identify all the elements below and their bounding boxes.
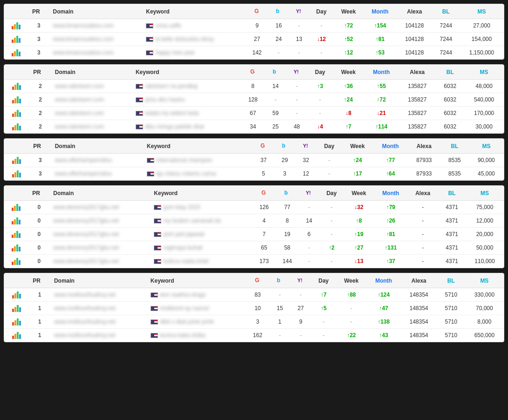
domain-link[interactable]: www.ufferhamperndiou	[55, 170, 112, 177]
keyword-cell: najenaya buhali	[150, 241, 253, 255]
domain-link[interactable]: www.bmarcouakiou.com	[53, 22, 114, 29]
domain-cell[interactable]: www.ufferhamperndiou	[51, 167, 143, 181]
domain-link[interactable]: www.molilourthudirsy.net	[54, 332, 116, 339]
col-icon	[4, 186, 28, 201]
col-ms: MS	[465, 273, 504, 288]
month-cell: ↑64	[373, 167, 408, 181]
alexa-cell: 135827	[398, 107, 436, 120]
ms-cell: 30,000	[464, 120, 504, 134]
svg-rect-21	[19, 85, 21, 90]
domain-cell[interactable]: www.rabotsern.com	[51, 107, 132, 120]
month-cell: ↑55	[364, 80, 398, 93]
domain-cell[interactable]: www.bmarcouakiou.com	[49, 33, 143, 46]
alexa-cell: 87933	[408, 167, 440, 181]
domain-link[interactable]: www.devenny2017gbu.net	[53, 217, 119, 224]
domain-cell[interactable]: www.ufferhamperndiou	[51, 154, 143, 167]
alexa-cell: -	[407, 241, 438, 255]
month-cell: ↓21	[364, 107, 398, 120]
svg-rect-58	[16, 231, 18, 238]
pr-cell: 1	[29, 315, 50, 329]
y-cell: -	[299, 241, 319, 255]
domain-cell[interactable]: www.molilourthudirsy.net	[50, 288, 147, 302]
g-cell: 34	[241, 120, 265, 134]
domain-link[interactable]: www.ufferhamperndiou	[55, 157, 112, 163]
domain-cell[interactable]: www.devenny2017gbu.net	[49, 214, 150, 228]
svg-rect-57	[14, 233, 16, 238]
chart-icon-cell	[4, 80, 29, 93]
domain-link[interactable]: www.bmarcouakiou.com	[53, 36, 114, 42]
svg-rect-6	[19, 25, 21, 29]
domain-link[interactable]: www.devenny2017gbu.net	[53, 204, 119, 210]
domain-cell[interactable]: www.devenny2017gbu.net	[49, 255, 150, 268]
domain-link[interactable]: www.devenny2017gbu.net	[53, 244, 119, 251]
flag-icon	[151, 292, 158, 298]
svg-rect-80	[14, 320, 16, 325]
month-cell: ↑81	[374, 228, 408, 241]
b-cell: 14	[265, 80, 286, 93]
domain-link[interactable]: www.molilourthudirsy.net	[54, 318, 116, 325]
alexa-cell: -	[407, 201, 438, 214]
domain-cell[interactable]: www.bmarcouakiou.com	[49, 46, 143, 60]
domain-cell[interactable]: www.rabotsern.com	[51, 120, 132, 134]
domain-cell[interactable]: www.bmarcouakiou.com	[49, 19, 143, 33]
domain-cell[interactable]: www.devenny2017gbu.net	[49, 241, 150, 255]
keyword-cell: dlidi o dlub prink prink	[147, 315, 246, 329]
table-header: PR Domain Keyword G b Y! Day Week Month	[4, 4, 504, 19]
domain-cell[interactable]: www.devenny2017gbu.net	[49, 201, 150, 214]
pr-cell: 3	[28, 46, 49, 60]
flag-icon	[147, 171, 154, 176]
svg-rect-62	[16, 244, 18, 251]
col-bl: BL	[440, 139, 469, 154]
domain-cell[interactable]: www.molilourthudirsy.net	[50, 302, 147, 315]
y-cell: -	[286, 107, 308, 120]
table-row: 0 www.devenny2017gbu.net my budem samava…	[4, 214, 504, 228]
domain-link[interactable]: www.molilourthudirsy.net	[54, 305, 116, 312]
domain-link[interactable]: www.rabotsern.com	[55, 96, 104, 103]
section-3: PR Domain Keyword G b Y! Day Week Month	[4, 138, 504, 181]
keyword-text: kutirca naida briidi	[163, 258, 208, 264]
table-row: 0 www.devenny2017gbu.net kutirca naida b…	[4, 255, 504, 268]
alexa-cell: 148354	[401, 288, 437, 302]
domain-link[interactable]: www.molilourthudirsy.net	[54, 291, 116, 298]
domain-cell[interactable]: www.rabotsern.com	[51, 93, 132, 107]
day-cell: -	[311, 315, 336, 329]
b-cell: 58	[276, 241, 299, 255]
keyword-cell: rabotsern na pendkaj	[132, 80, 241, 93]
domain-link[interactable]: www.devenny2017gbu.net	[53, 258, 119, 264]
chart-icon-cell	[4, 228, 28, 241]
keyword-text: tere naathra dragu	[160, 291, 206, 298]
week-cell: ↓8	[333, 107, 364, 120]
col-ms: MS	[469, 139, 504, 154]
domain-link[interactable]: www.rabotsern.com	[55, 83, 104, 89]
table-header: PR Domain Keyword G b Y! Day Week Month	[4, 65, 504, 80]
domain-link[interactable]: www.rabotsern.com	[55, 110, 104, 116]
ms-cell: 50,000	[466, 241, 504, 255]
table-row: 1 www.molilourthudirsy.net molilword ay …	[4, 302, 504, 315]
day-cell: ↑7	[311, 288, 336, 302]
svg-rect-32	[17, 123, 19, 130]
domain-cell[interactable]: www.rabotsern.com	[51, 80, 132, 93]
bl-cell: 4371	[438, 228, 466, 241]
month-cell: ↑26	[374, 214, 408, 228]
domain-link[interactable]: www.devenny2017gbu.net	[53, 231, 119, 237]
chart-icon-cell	[4, 154, 29, 167]
keyword-cell: kutirca naida briidi	[150, 255, 253, 268]
domain-cell[interactable]: www.devenny2017gbu.net	[49, 228, 150, 241]
week-cell: ↑12	[334, 46, 364, 60]
week-cell: ↓13	[344, 255, 374, 268]
chart-icon-cell	[4, 302, 29, 315]
domain-cell[interactable]: www.molilourthudirsy.net	[50, 315, 147, 329]
domain-link[interactable]: www.rabotsern.com	[55, 123, 104, 130]
col-month: Month	[367, 273, 401, 288]
pr-cell: 3	[29, 154, 51, 167]
svg-rect-81	[17, 318, 19, 325]
domain-link[interactable]: www.bmarcouakiou.com	[53, 49, 114, 56]
bl-cell: 7244	[432, 33, 460, 46]
svg-rect-20	[17, 83, 19, 90]
pr-cell: 0	[28, 241, 49, 255]
svg-rect-5	[16, 22, 18, 29]
domain-cell[interactable]: www.molilourthudirsy.net	[50, 329, 147, 342]
col-g: G	[246, 273, 269, 288]
bl-cell: 6032	[436, 80, 464, 93]
month-cell: ↑53	[364, 46, 397, 60]
